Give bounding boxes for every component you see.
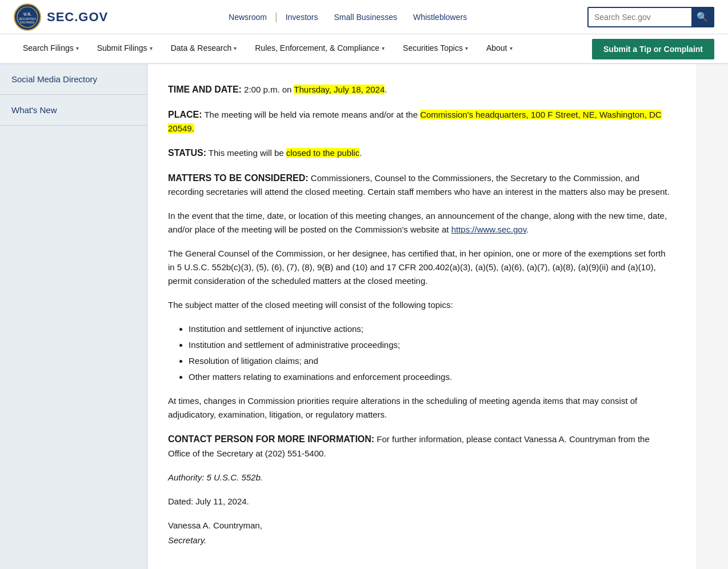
site-logo-text[interactable]: SEC.GOV xyxy=(47,10,108,25)
chevron-down-icon: ▾ xyxy=(465,45,468,51)
svg-text:EXCHANGE: EXCHANGE xyxy=(20,21,34,24)
search-input[interactable] xyxy=(589,13,691,22)
time-text: 2:00 p.m. on xyxy=(242,85,294,94)
chevron-down-icon: ▾ xyxy=(150,45,153,51)
time-end: . xyxy=(385,85,387,94)
nav-small-businesses[interactable]: Small Businesses xyxy=(326,13,406,22)
place-text: The meeting will be held via remote mean… xyxy=(202,110,421,119)
nav-submit-filings[interactable]: Submit Filings ▾ xyxy=(88,34,162,63)
nav-investors[interactable]: Investors xyxy=(278,13,326,22)
list-item: Other matters relating to examinations a… xyxy=(189,370,673,384)
authority-text: Authority: 5 U.S.C. 552b. xyxy=(168,471,673,484)
dated-text: Dated: July 11, 2024. xyxy=(168,495,673,508)
nav-newsroom[interactable]: Newsroom xyxy=(221,13,275,22)
status-label: STATUS: xyxy=(168,148,206,158)
chevron-down-icon: ▾ xyxy=(76,45,79,51)
nav-securities-topics[interactable]: Securities Topics ▾ xyxy=(394,34,477,63)
nav-search-filings[interactable]: Search Filings ▾ xyxy=(14,34,88,63)
para4: At times, changes in Commission prioriti… xyxy=(168,394,673,422)
sidebar-item-social-media[interactable]: Social Media Directory xyxy=(0,64,147,95)
matters-label: MATTERS TO BE CONSIDERED: xyxy=(168,173,309,183)
para3: The subject matter of the closed meeting… xyxy=(168,298,673,312)
status-highlight: closed to the public xyxy=(286,148,359,158)
time-date-label: TIME AND DATE: xyxy=(168,85,242,94)
tip-complaint-button[interactable]: Submit a Tip or Complaint xyxy=(592,39,714,59)
sec-seal-icon: U.S. SECURITIES EXCHANGE xyxy=(14,3,41,31)
chevron-down-icon: ▾ xyxy=(234,45,237,51)
search-area: 🔍 xyxy=(587,7,714,27)
list-item: Institution and settlement of administra… xyxy=(189,338,673,352)
sidebar: Social Media Directory What's New xyxy=(0,64,147,569)
list-item: Institution and settlement of injunctive… xyxy=(189,322,673,336)
para1-text: In the event that the time, date, or loc… xyxy=(168,211,667,234)
signatory-title: Secretary. xyxy=(168,534,673,547)
logo-area: U.S. SECURITIES EXCHANGE SEC.GOV xyxy=(14,3,108,31)
sidebar-item-whats-new[interactable]: What's New xyxy=(0,95,147,126)
signatory-name: Vanessa A. Countryman, xyxy=(168,519,673,532)
chevron-down-icon: ▾ xyxy=(510,45,513,51)
svg-text:SECURITIES: SECURITIES xyxy=(19,17,37,21)
status-end: . xyxy=(359,148,362,158)
nav-about[interactable]: About ▾ xyxy=(477,34,522,63)
place-label: PLACE: xyxy=(168,110,202,119)
sec-gov-link[interactable]: https://www.sec.gov xyxy=(451,225,526,234)
para1-end: . xyxy=(526,225,529,234)
main-content: TIME AND DATE: 2:00 p.m. on Thursday, Ju… xyxy=(147,64,696,569)
top-bar: U.S. SECURITIES EXCHANGE SEC.GOV Newsroo… xyxy=(0,0,728,34)
place-paragraph: PLACE: The meeting will be held via remo… xyxy=(168,107,673,136)
list-item: Resolution of litigation claims; and xyxy=(189,354,673,368)
bullet-list: Institution and settlement of injunctive… xyxy=(189,322,673,384)
chevron-down-icon: ▾ xyxy=(382,45,385,51)
nav-rules-enforcement[interactable]: Rules, Enforcement, & Compliance ▾ xyxy=(246,34,394,63)
nav-data-research[interactable]: Data & Research ▾ xyxy=(162,34,246,63)
svg-text:U.S.: U.S. xyxy=(23,12,31,16)
page-layout: Social Media Directory What's New TIME A… xyxy=(0,64,728,569)
nav-whistleblowers[interactable]: Whistleblowers xyxy=(405,13,475,22)
para1: In the event that the time, date, or loc… xyxy=(168,209,673,237)
top-nav-links: Newsroom | Investors Small Businesses Wh… xyxy=(221,11,475,23)
main-nav: Search Filings ▾ Submit Filings ▾ Data &… xyxy=(0,34,728,64)
status-text: This meeting will be xyxy=(206,148,286,158)
time-date-paragraph: TIME AND DATE: 2:00 p.m. on Thursday, Ju… xyxy=(168,82,673,97)
search-button[interactable]: 🔍 xyxy=(691,7,713,27)
status-paragraph: STATUS: This meeting will be closed to t… xyxy=(168,146,673,161)
contact-label: CONTACT PERSON FOR MORE INFORMATION: xyxy=(168,434,374,444)
time-highlight: Thursday, July 18, 2024 xyxy=(294,85,385,94)
para2: The General Counsel of the Commission, o… xyxy=(168,247,673,288)
contact-paragraph: CONTACT PERSON FOR MORE INFORMATION: For… xyxy=(168,432,673,460)
matters-paragraph: MATTERS TO BE CONSIDERED: Commissioners,… xyxy=(168,171,673,199)
